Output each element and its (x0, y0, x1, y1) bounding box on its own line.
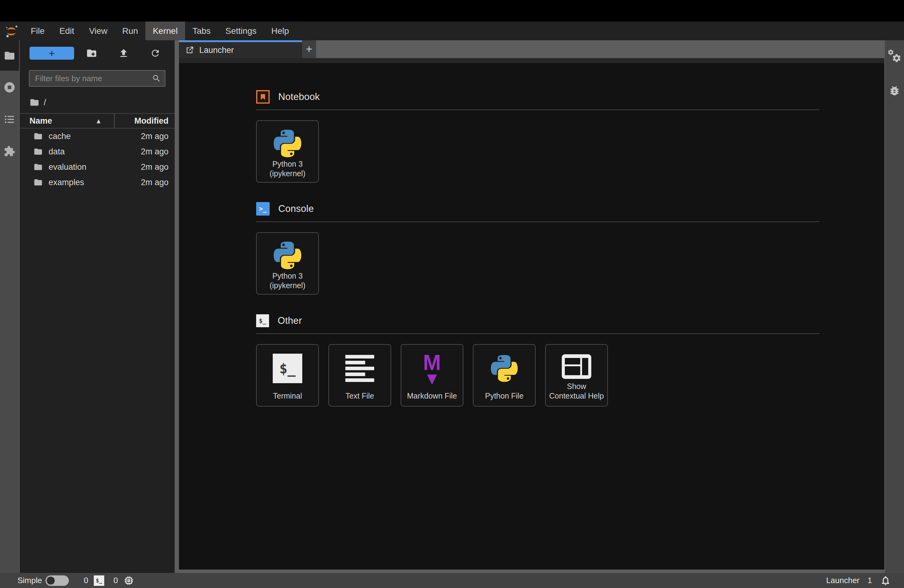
section-header: $_ Other (256, 313, 884, 329)
card-label: Python 3 (ipykernel) (270, 159, 306, 178)
jupyterlab-app: File Edit View Run Kernel Tabs Settings … (0, 0, 904, 588)
gear-icon (892, 53, 902, 63)
card-label: Markdown File (407, 391, 457, 401)
launcher-panel: Notebook Python 3 (ipykernel) (179, 63, 884, 569)
launcher-card-text-file[interactable]: Text File (329, 344, 391, 406)
menu-help[interactable]: Help (264, 22, 296, 40)
bug-icon (888, 85, 901, 97)
folder-icon (33, 162, 43, 172)
sort-ascending-icon: ▲ (96, 118, 101, 124)
dock-panel: Launcher + Notebook (179, 40, 884, 573)
menu-kernel[interactable]: Kernel (145, 22, 185, 40)
section-title: Other (278, 315, 302, 326)
menu-run[interactable]: Run (115, 22, 145, 40)
terminal-icon: $_ (256, 314, 269, 327)
file-browser-panel: + / Name ▲ M (20, 40, 175, 573)
new-tab-button[interactable]: + (302, 40, 316, 58)
menu-tabs[interactable]: Tabs (185, 22, 218, 40)
terminal-icon: $_ (94, 575, 104, 586)
terminal-icon: $_ (273, 354, 302, 383)
breadcrumb-root: / (44, 98, 46, 107)
cards-row: $_ Terminal Text File M▼ Markdown File (256, 344, 884, 406)
file-browser-toolbar: + (20, 40, 175, 60)
upload-button[interactable] (118, 47, 130, 59)
status-bar: Simple 0 $_ 0 Launcher 1 (0, 573, 904, 588)
card-label: Python File (485, 391, 523, 401)
menu-bar: File Edit View Run Kernel Tabs Settings … (0, 22, 904, 40)
launcher-card-notebook-python3[interactable]: Python 3 (ipykernel) (256, 120, 319, 183)
toggle-knob (47, 577, 55, 585)
file-list-header: Name ▲ Modified (20, 113, 175, 128)
tab-bar-underline (179, 58, 884, 63)
sidebar-tab-property-inspector[interactable] (887, 49, 902, 63)
jupyter-logo (2, 22, 20, 40)
section-header: Notebook (256, 89, 884, 105)
contextual-help-icon (562, 351, 591, 382)
launcher-card-console-python3[interactable]: Python 3 (ipykernel) (256, 232, 319, 295)
markdown-icon: M▼ (423, 351, 441, 385)
column-header-name[interactable]: Name ▲ (20, 114, 114, 128)
left-activity-bar (0, 40, 20, 573)
tab-launcher[interactable]: Launcher (179, 40, 302, 58)
refresh-button[interactable] (149, 47, 161, 59)
launcher-card-show-contextual-help[interactable]: Show Contextual Help (545, 344, 608, 406)
external-launcher-icon (185, 46, 194, 55)
column-header-modified[interactable]: Modified (114, 114, 175, 128)
file-name: examples (49, 178, 84, 187)
filter-files-input[interactable] (29, 70, 166, 87)
new-launcher-button[interactable]: + (30, 47, 74, 60)
folder-icon (4, 50, 15, 62)
file-modified: 2m ago (141, 162, 175, 172)
menu-view[interactable]: View (82, 22, 115, 40)
sidebar-tab-file-browser[interactable] (0, 40, 19, 71)
launcher-section-console: >_ Console Python 3 (ipykernel) (256, 201, 884, 295)
folder-icon (33, 132, 43, 141)
python-logo (273, 128, 301, 159)
name-header-label: Name (30, 116, 52, 126)
sidebar-tab-running[interactable] (3, 81, 16, 93)
status-bar-right: Launcher 1 (826, 575, 891, 586)
console-icon: >_ (256, 202, 270, 216)
launcher-card-python-file[interactable]: Python File (473, 344, 536, 406)
launcher-card-markdown-file[interactable]: M▼ Markdown File (401, 344, 463, 406)
file-row-evaluation[interactable]: evaluation 2m ago (20, 159, 175, 175)
modified-header-label: Modified (134, 116, 169, 126)
section-divider (256, 109, 819, 110)
kernel-count: 0 (114, 576, 118, 585)
bell-icon[interactable] (880, 575, 891, 586)
breadcrumb[interactable]: / (20, 96, 175, 109)
file-browser-tool-icons (74, 47, 161, 59)
sidebar-tab-toc[interactable] (3, 113, 16, 125)
kernel-sessions-indicator[interactable] (123, 575, 134, 586)
panel-splitter[interactable] (175, 40, 179, 573)
new-folder-button[interactable] (86, 47, 98, 59)
sidebar-tab-debugger[interactable] (888, 85, 901, 97)
file-row-examples[interactable]: examples 2m ago (20, 175, 175, 190)
tab-launcher-label: Launcher (199, 46, 234, 55)
folder-icon (33, 178, 43, 187)
sidebar-tab-extensions[interactable] (3, 145, 16, 158)
menu-file[interactable]: File (24, 22, 52, 40)
status-bar-left: Simple 0 $_ 0 (17, 575, 134, 586)
file-row-data[interactable]: data 2m ago (20, 144, 175, 159)
file-row-cache[interactable]: cache 2m ago (20, 128, 175, 144)
launcher-section-other: $_ Other $_ Terminal Text File (256, 313, 884, 406)
tab-bar: Launcher + (179, 40, 884, 58)
main-area: + / Name ▲ M (0, 40, 904, 573)
simple-mode-toggle[interactable] (46, 575, 69, 586)
python-logo (273, 240, 301, 271)
card-label: Terminal (273, 391, 302, 401)
menu-edit[interactable]: Edit (52, 22, 82, 40)
right-activity-bar (884, 40, 904, 573)
launcher-section-notebook: Notebook Python 3 (ipykernel) (256, 89, 884, 183)
cards-row: Python 3 (ipykernel) (256, 232, 884, 295)
section-divider (256, 221, 819, 222)
terminal-sessions-indicator[interactable]: $_ (94, 575, 104, 586)
dock-bottom-gap (179, 569, 884, 573)
toc-icon (4, 114, 15, 125)
card-label: Text File (345, 391, 374, 401)
launcher-card-terminal[interactable]: $_ Terminal (256, 344, 319, 406)
menu-settings[interactable]: Settings (218, 22, 264, 40)
current-context-label: Launcher (826, 576, 860, 585)
notification-count: 1 (868, 576, 872, 585)
